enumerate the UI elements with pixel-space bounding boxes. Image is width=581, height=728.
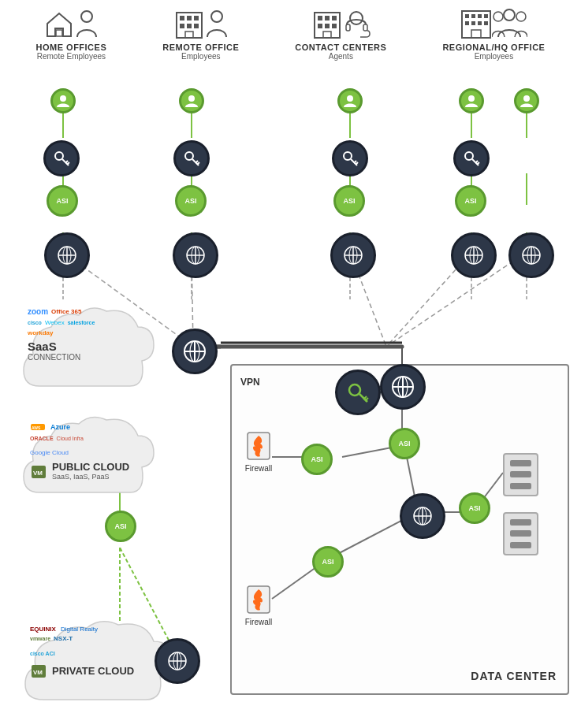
person2-icon <box>205 9 229 39</box>
routing-node-remote <box>173 232 218 278</box>
svg-rect-45 <box>180 16 184 20</box>
asi-node-chain: ASI <box>105 511 136 542</box>
svg-rect-72 <box>484 21 488 25</box>
svg-point-43 <box>81 11 92 22</box>
svg-rect-60 <box>323 32 331 38</box>
office365-logo: Office 365 <box>51 308 81 315</box>
svg-line-93 <box>356 162 358 165</box>
svg-rect-68 <box>484 14 488 18</box>
svg-point-78 <box>188 95 195 102</box>
salesforce-logo: salesforce <box>68 320 95 325</box>
svg-line-88 <box>196 161 198 163</box>
contact-subtitle: Agents <box>329 52 353 61</box>
server-slot <box>510 471 531 477</box>
svg-rect-50 <box>194 24 199 28</box>
svg-line-92 <box>354 161 356 163</box>
routing-node-home <box>44 232 90 278</box>
saas-title: SaaS <box>28 340 150 353</box>
group-icon <box>492 9 527 39</box>
remote-office-title: REMOTE OFFICE <box>162 43 239 52</box>
svg-rect-67 <box>478 14 482 18</box>
public-cloud-content: AWS Azure ORACLE Cloud Infra Google Clou… <box>30 421 148 481</box>
svg-rect-55 <box>325 16 330 20</box>
key-node-home <box>43 140 80 176</box>
svg-rect-42 <box>56 30 62 36</box>
server-slot <box>510 519 531 526</box>
person-icon <box>75 9 99 39</box>
office-group-remote: REMOTE OFFICE Employees <box>162 8 239 61</box>
asi-node-remote: ASI <box>175 185 207 217</box>
oracle-logo: ORACLE <box>30 436 54 441</box>
home-office-subtitle: Remote Employees <box>37 52 106 61</box>
azure-logo: Azure <box>50 423 70 431</box>
asi-label-dc4: ASI <box>322 558 333 566</box>
hq-building-icon <box>460 8 492 39</box>
office-group-regional: REGIONAL/HQ OFFICE Employees <box>442 8 545 61</box>
asi-node-dc2: ASI <box>389 428 420 459</box>
svg-rect-48 <box>180 24 184 28</box>
svg-text:AWS: AWS <box>32 425 41 430</box>
svg-rect-54 <box>318 16 322 20</box>
svg-line-97 <box>477 162 479 165</box>
svg-rect-51 <box>185 32 193 38</box>
svg-line-96 <box>475 161 478 163</box>
svg-point-81 <box>523 95 530 102</box>
svg-rect-70 <box>471 21 475 25</box>
top-header: HOME OFFICES Remote Employees <box>0 0 581 61</box>
vmware-logo: vmware <box>30 636 50 641</box>
datacenter-label: DATA CENTER <box>471 670 557 682</box>
asi-node-dc1: ASI <box>301 444 333 475</box>
asi-node-dc4: ASI <box>312 546 344 578</box>
svg-point-80 <box>468 95 475 102</box>
diagram-container: HOME OFFICES Remote Employees <box>0 0 581 728</box>
nsxt-logo: NSX-T <box>54 635 73 642</box>
svg-text:VM: VM <box>33 470 43 477</box>
private-cloud-title: PRIVATE CLOUD <box>52 665 134 677</box>
regional-subtitle: Employees <box>475 52 513 61</box>
svg-point-79 <box>347 95 353 102</box>
firewall-top: Firewall <box>244 429 273 473</box>
svg-rect-56 <box>332 16 337 20</box>
svg-text:VM: VM <box>33 669 43 676</box>
svg-rect-62 <box>346 24 350 31</box>
saas-subtitle: CONNECTION <box>28 353 150 362</box>
firewall-top-label: Firewall <box>245 464 272 473</box>
routing-node-dc-central <box>380 364 426 410</box>
routing-node-regional2 <box>508 232 554 278</box>
server-icon-1 <box>503 453 538 496</box>
user-node-remote <box>179 88 204 113</box>
public-cloud-title: PUBLIC CLOUD <box>52 461 129 473</box>
regional-title: REGIONAL/HQ OFFICE <box>442 43 545 52</box>
svg-rect-59 <box>332 24 337 28</box>
home-icon <box>43 8 75 39</box>
user-node-regional2 <box>514 88 539 113</box>
digital-realty-logo: Digital Realty <box>61 626 98 633</box>
asi-node-regional: ASI <box>455 185 486 217</box>
key-node-regional <box>453 140 490 176</box>
private-cloud-content: EQUINIX Digital Realty vmware NSX-T cisc… <box>30 626 168 679</box>
server-icon-2 <box>503 512 538 555</box>
equinix-logo: EQUINIX <box>30 626 56 633</box>
key-node-contact <box>332 140 368 176</box>
contact-title: CONTACT CENTERS <box>295 43 386 52</box>
firewall-top-icon <box>244 429 273 462</box>
svg-line-85 <box>67 162 69 165</box>
svg-rect-65 <box>465 14 469 18</box>
saas-cloud-container: zoom Office 365 cisco Webex salesforce w… <box>16 299 162 402</box>
office-group-home: HOME OFFICES Remote Employees <box>36 8 107 61</box>
routing-node-private-cloud <box>155 638 200 684</box>
svg-point-76 <box>516 12 526 21</box>
oracle-cloud-logo: Cloud Infra <box>57 436 84 441</box>
public-cloud-subtitle: SaaS, IaaS, PaaS <box>52 473 129 481</box>
user-node-contact <box>337 88 363 113</box>
svg-rect-73 <box>471 30 481 38</box>
svg-point-94 <box>465 152 473 160</box>
asi-node-home: ASI <box>47 185 78 217</box>
asi-label-dc3: ASI <box>468 504 480 512</box>
asi-label-remote: ASI <box>184 197 196 205</box>
svg-point-61 <box>350 12 363 24</box>
svg-rect-57 <box>318 24 322 28</box>
asi-label-dc2: ASI <box>398 440 410 448</box>
vmware-cube-icon: VM <box>30 462 47 480</box>
svg-rect-49 <box>187 24 192 28</box>
